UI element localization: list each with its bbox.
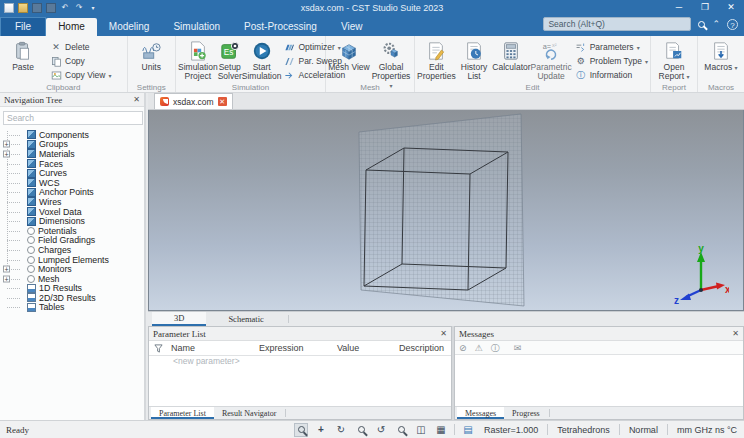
document-tab[interactable]: xsdax.com ✕ (154, 93, 233, 109)
coordinate-axes-widget[interactable]: y x z (673, 244, 729, 308)
tab-schematic[interactable]: Schematic (206, 312, 285, 326)
status-units[interactable]: mm GHz ns °C (674, 425, 740, 435)
parametric-update-button[interactable]: a=x² Parametric Update (531, 38, 572, 81)
status-mesh-type[interactable]: Tetrahedrons (554, 425, 613, 435)
quick-access-dropdown-icon[interactable]: ▾ (88, 3, 98, 13)
expand-icon[interactable]: + (3, 141, 10, 148)
nav-item-monitors[interactable]: +Monitors (0, 264, 144, 274)
nav-item-curves[interactable]: Curves (0, 168, 144, 178)
tab-modeling[interactable]: Modeling (97, 18, 162, 36)
expand-icon[interactable]: + (3, 266, 10, 273)
information-button[interactable]: ⓘ Information (575, 69, 648, 81)
mesh-view-button[interactable]: Mesh View (328, 38, 370, 72)
simulation-project-icon (187, 40, 209, 62)
calculator-button[interactable]: Calculator (492, 38, 530, 72)
paste-button[interactable]: Paste (2, 38, 44, 72)
minimize-button[interactable]: ─ (666, 0, 692, 15)
nav-item-wires[interactable]: Wires (0, 197, 144, 207)
column-name[interactable]: Name (167, 343, 255, 353)
edit-properties-button[interactable]: Edit Properties (417, 38, 456, 81)
close-icon[interactable]: ✕ (732, 329, 739, 338)
new-file-icon[interactable] (4, 3, 14, 13)
nav-item-anchor-points[interactable]: Anchor Points (0, 188, 144, 198)
column-description[interactable]: Description (395, 343, 451, 353)
zoom-window-icon[interactable] (394, 423, 408, 437)
warnings-filter-icon[interactable]: ⚠ (475, 342, 483, 354)
nav-item-voxel-data[interactable]: Voxel Data (0, 207, 144, 217)
rotate-view-icon[interactable]: ↺ (374, 423, 388, 437)
maximize-button[interactable]: ❐ (692, 0, 718, 15)
nav-item-materials[interactable]: +Materials (0, 149, 144, 159)
units-button[interactable]: Units (130, 38, 172, 72)
tab-simulation[interactable]: Simulation (161, 18, 232, 36)
status-view-mode[interactable]: Normal (626, 425, 661, 435)
ribbon: Paste ✕ Delete Copy Copy View ▾ Clipboar… (0, 36, 744, 93)
message-log-icon[interactable]: ✉ (514, 342, 522, 354)
redo-icon[interactable]: ↷ (74, 3, 84, 13)
undo-icon[interactable]: ↶ (60, 3, 70, 13)
setup-solver-button[interactable]: Es Setup Solver (218, 38, 242, 81)
help-icon[interactable]: ? (727, 19, 738, 30)
bounding-box-icon[interactable]: ▦ (434, 423, 448, 437)
parameters-button[interactable]: Parameters ▾ (575, 41, 648, 53)
nav-item-groups[interactable]: +Groups (0, 140, 144, 150)
rotate-icon[interactable]: ↻ (334, 423, 348, 437)
tab-parameter-list[interactable]: Parameter List (151, 407, 214, 419)
column-expression[interactable]: Expression (255, 343, 333, 353)
zoom-lens-icon[interactable] (354, 423, 368, 437)
expand-icon[interactable]: + (3, 275, 10, 282)
open-file-icon[interactable] (18, 3, 28, 13)
tree-search-input[interactable] (3, 111, 143, 125)
tab-home[interactable]: Home (46, 18, 97, 36)
history-list-button[interactable]: History List (456, 38, 493, 81)
save-all-icon[interactable] (46, 3, 56, 13)
info-filter-icon[interactable]: ⓘ (491, 342, 500, 354)
tab-result-navigator[interactable]: Result Navigator (214, 407, 284, 419)
3d-viewport[interactable]: y x z (148, 110, 744, 311)
copy-button[interactable]: Copy (50, 55, 112, 67)
open-report-button[interactable]: Open Report ▾ (653, 38, 695, 81)
errors-filter-icon[interactable]: ⊘ (459, 342, 467, 354)
nav-item-lumped-elements[interactable]: Lumped Elements (0, 255, 144, 265)
search-icon[interactable] (698, 21, 705, 28)
pan-icon[interactable]: + (314, 423, 328, 437)
nav-item-dimensions[interactable]: Dimensions (0, 216, 144, 226)
simulation-project-button[interactable]: Simulation Project (178, 38, 218, 81)
nav-item-1d-results[interactable]: 1D Results (0, 284, 144, 294)
tab-messages[interactable]: Messages (457, 407, 504, 419)
nav-item-potentials[interactable]: Potentials (0, 226, 144, 236)
nav-item-faces[interactable]: Faces (0, 159, 144, 169)
expand-icon[interactable]: + (3, 150, 10, 157)
raster-icon[interactable]: ▤ (461, 423, 475, 437)
close-icon[interactable]: ✕ (133, 95, 140, 104)
nav-item-charges[interactable]: Charges (0, 245, 144, 255)
nav-item-mesh[interactable]: +Mesh (0, 274, 144, 284)
close-tab-icon[interactable]: ✕ (218, 97, 227, 106)
tab-progress[interactable]: Progress (504, 407, 548, 419)
copy-view-button[interactable]: Copy View ▾ (50, 69, 112, 81)
fit-view-icon[interactable] (294, 423, 308, 437)
nav-item-components[interactable]: Components (0, 130, 144, 140)
ribbon-search-input[interactable] (543, 17, 691, 31)
collapse-ribbon-icon[interactable]: ⌃ (712, 19, 720, 29)
nav-item-wcs[interactable]: WCS (0, 178, 144, 188)
macros-button[interactable]: Macros ▾ (700, 38, 742, 72)
problem-type-button[interactable]: ⚙ Problem Type ▾ (575, 55, 648, 67)
nav-item-tables[interactable]: Tables (0, 303, 144, 313)
tab-view[interactable]: View (329, 18, 375, 36)
status-raster[interactable]: Raster=1.000 (481, 425, 541, 435)
save-icon[interactable] (32, 3, 42, 13)
close-icon[interactable]: ✕ (440, 329, 447, 338)
filter-icon[interactable] (149, 344, 167, 353)
nav-item-field-gradings[interactable]: Field Gradings (0, 236, 144, 246)
tab-post-processing[interactable]: Post-Processing (232, 18, 329, 36)
column-value[interactable]: Value (333, 343, 395, 353)
start-simulation-button[interactable]: Start Simulation (242, 38, 282, 81)
split-view-icon[interactable]: ◫ (414, 423, 428, 437)
new-parameter-row[interactable]: <new parameter> (149, 356, 451, 368)
close-button[interactable]: ✕ (718, 0, 744, 15)
tab-3d[interactable]: 3D (152, 312, 206, 326)
nav-item-2d3d-results[interactable]: 2D/3D Results (0, 293, 144, 303)
delete-button[interactable]: ✕ Delete (50, 41, 112, 53)
tab-file[interactable]: File (0, 17, 46, 36)
